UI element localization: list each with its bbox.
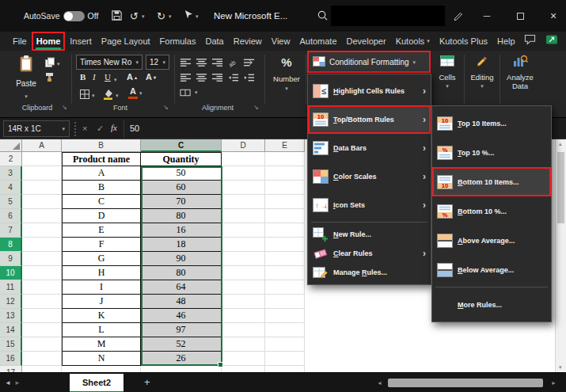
cell-A4[interactable] bbox=[22, 181, 62, 195]
row-header-17[interactable]: 17 bbox=[0, 366, 22, 372]
add-sheet-button[interactable]: + bbox=[144, 376, 150, 388]
fill-handle[interactable] bbox=[218, 362, 223, 367]
al-center-icon[interactable] bbox=[195, 73, 208, 82]
cell-B17[interactable] bbox=[62, 366, 141, 372]
cell-D2[interactable] bbox=[222, 152, 265, 166]
cell-A7[interactable] bbox=[22, 223, 62, 238]
row-header-2[interactable]: 2 bbox=[0, 152, 22, 166]
row-header-5[interactable]: 5 bbox=[0, 195, 22, 209]
menu-item-new-rule[interactable]: New Rule... bbox=[308, 225, 431, 244]
cell-B11[interactable]: I bbox=[62, 280, 141, 295]
cell-B9[interactable]: G bbox=[62, 252, 141, 266]
select-all-button[interactable] bbox=[0, 139, 22, 152]
paste-button[interactable]: Paste ▾ bbox=[11, 53, 41, 101]
cell-C11[interactable]: 64 bbox=[141, 280, 222, 295]
vertical-scrollbar[interactable]: ▴ ▾ bbox=[555, 139, 566, 372]
horizontal-scroll-thumb[interactable] bbox=[388, 379, 543, 387]
cell-A17[interactable] bbox=[22, 366, 62, 372]
cell-C5[interactable]: 70 bbox=[141, 195, 222, 209]
comment-icon[interactable] bbox=[524, 34, 536, 48]
cell-D11[interactable] bbox=[222, 280, 265, 295]
cell-C12[interactable]: 48 bbox=[141, 295, 222, 309]
ink-button[interactable] bbox=[453, 0, 464, 32]
al-right-icon[interactable] bbox=[211, 73, 224, 82]
tab-data[interactable]: Data bbox=[200, 32, 228, 51]
menu-item-bottom-10-items[interactable]: 10Bottom 10 Items... bbox=[432, 167, 551, 196]
cell-C13[interactable]: 46 bbox=[141, 309, 222, 323]
cell-D17[interactable] bbox=[222, 366, 265, 372]
cell-B14[interactable]: L bbox=[62, 323, 141, 337]
cell-C6[interactable]: 80 bbox=[141, 209, 222, 223]
formula-bar-value[interactable]: 50 bbox=[130, 124, 139, 133]
cell-A9[interactable] bbox=[22, 252, 62, 266]
scroll-up-icon[interactable]: ▴ bbox=[559, 141, 562, 147]
cell-B16[interactable]: N bbox=[62, 352, 141, 366]
row-header-4[interactable]: 4 bbox=[0, 181, 22, 195]
tab-insert[interactable]: Insert bbox=[65, 32, 97, 51]
close-button[interactable]: × bbox=[541, 0, 565, 32]
cell-A15[interactable] bbox=[22, 337, 62, 352]
cell-E12[interactable] bbox=[265, 295, 305, 309]
column-header-b[interactable]: B bbox=[62, 139, 141, 152]
cell-E5[interactable] bbox=[265, 195, 305, 209]
menu-item-manage-rules[interactable]: Manage Rules... bbox=[308, 263, 431, 282]
cell-C7[interactable]: 16 bbox=[141, 223, 222, 238]
cell-D14[interactable] bbox=[222, 323, 265, 337]
minimize-button[interactable]: ─ bbox=[475, 0, 499, 32]
font-name-combobox[interactable]: Times New Ro▾ bbox=[76, 55, 142, 70]
cell-E3[interactable] bbox=[265, 166, 305, 181]
row-header-8[interactable]: 8 bbox=[0, 238, 22, 252]
bold-button[interactable]: B bbox=[80, 72, 85, 82]
row-header-15[interactable]: 15 bbox=[0, 337, 22, 352]
number-format-group[interactable]: % Number ▾ bbox=[268, 52, 306, 91]
cell-E17[interactable] bbox=[265, 366, 305, 372]
cell-B2[interactable]: Product name bbox=[62, 152, 141, 166]
scroll-down-icon[interactable]: ▾ bbox=[559, 364, 562, 371]
cell-A6[interactable] bbox=[22, 209, 62, 223]
al-bot-icon[interactable] bbox=[211, 58, 224, 67]
cell-E6[interactable] bbox=[265, 209, 305, 223]
row-header-14[interactable]: 14 bbox=[0, 323, 22, 337]
cell-E4[interactable] bbox=[265, 181, 305, 195]
fill-color-button[interactable]: ▾ bbox=[103, 89, 119, 101]
font-size-combobox[interactable]: 12▾ bbox=[146, 55, 169, 70]
cell-B8[interactable]: F bbox=[62, 238, 141, 252]
save-button[interactable] bbox=[111, 0, 123, 32]
menu-item-top-bottom-rules[interactable]: 10Top/Bottom Rules› bbox=[308, 105, 431, 134]
touch-mode-button[interactable]: ▾ bbox=[184, 0, 199, 32]
cell-B12[interactable]: J bbox=[62, 295, 141, 309]
cell-D5[interactable] bbox=[222, 195, 265, 209]
tab-review[interactable]: Review bbox=[229, 32, 267, 51]
cell-D13[interactable] bbox=[222, 309, 265, 323]
format-painter-button[interactable] bbox=[44, 72, 55, 84]
insert-function-icon[interactable]: fx bbox=[111, 123, 117, 132]
cell-C8[interactable]: 18 bbox=[141, 238, 222, 252]
underline-options-icon[interactable]: ▾ bbox=[114, 77, 117, 82]
decrease-font-size-button[interactable]: A▾ bbox=[146, 72, 156, 82]
tab-kutools-plus[interactable]: Kutools Plus bbox=[435, 32, 492, 51]
row-header-16[interactable]: 16 bbox=[0, 352, 22, 366]
cell-D7[interactable] bbox=[222, 223, 265, 238]
font-dialog-launcher-icon[interactable]: ↘ bbox=[163, 104, 169, 111]
column-header-c[interactable]: C bbox=[141, 139, 222, 152]
name-box[interactable]: 14R x 1C▾ bbox=[3, 120, 70, 137]
cell-A8[interactable] bbox=[22, 238, 62, 252]
sheet-tab-sheet2[interactable]: Sheet2 bbox=[70, 374, 123, 392]
conditional-formatting-button[interactable]: Conditional Formatting ▾ bbox=[309, 52, 429, 71]
ind-dec-icon[interactable] bbox=[226, 73, 240, 82]
cell-C2[interactable]: Quantity bbox=[141, 152, 222, 166]
cell-D12[interactable] bbox=[222, 295, 265, 309]
cell-E13[interactable] bbox=[265, 309, 305, 323]
cell-B7[interactable]: E bbox=[62, 223, 141, 238]
cell-E14[interactable] bbox=[265, 323, 305, 337]
editing-group-button[interactable]: Editing ▾ bbox=[466, 52, 498, 89]
column-header-e[interactable]: E bbox=[265, 139, 305, 152]
row-header-13[interactable]: 13 bbox=[0, 309, 22, 323]
cell-A14[interactable] bbox=[22, 323, 62, 337]
column-header-d[interactable]: D bbox=[222, 139, 265, 152]
orient-icon[interactable]: ab bbox=[226, 58, 240, 67]
wrap-icon[interactable] bbox=[242, 58, 256, 67]
cell-E2[interactable] bbox=[265, 152, 305, 166]
row-header-3[interactable]: 3 bbox=[0, 166, 22, 181]
restore-button[interactable] bbox=[508, 0, 532, 32]
